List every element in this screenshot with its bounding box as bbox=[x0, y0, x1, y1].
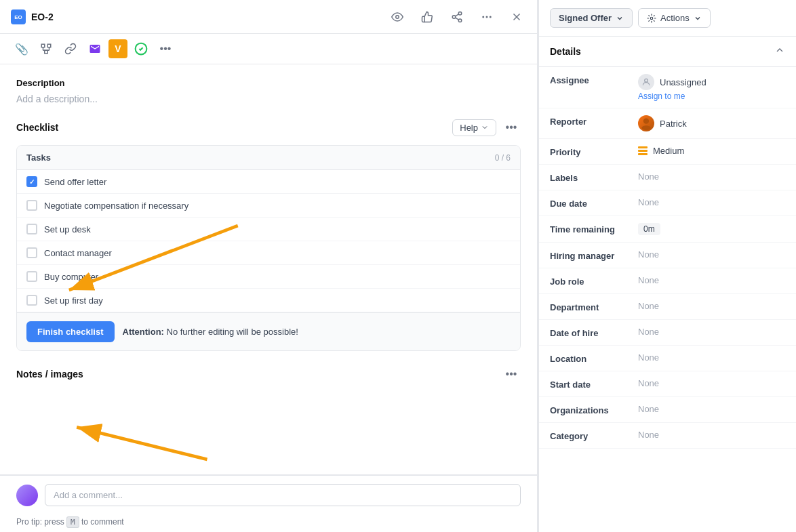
task-checkbox-3[interactable] bbox=[26, 224, 37, 234]
due-date-value: None bbox=[638, 197, 785, 207]
hiring-manager-label: Hiring manager bbox=[550, 249, 638, 261]
job-role-row: Job role None bbox=[539, 268, 796, 294]
attention-text: Attention: No further editing will be po… bbox=[123, 327, 298, 337]
checkmark-icon[interactable] bbox=[130, 38, 152, 60]
tasks-count: 0 / 6 bbox=[495, 153, 511, 163]
details-title: Details bbox=[550, 46, 581, 57]
attention-label: Attention: bbox=[123, 327, 167, 337]
hiring-manager-row: Hiring manager None bbox=[539, 243, 796, 268]
link-icon[interactable] bbox=[60, 38, 81, 60]
svg-rect-13 bbox=[41, 44, 45, 47]
reporter-avatar bbox=[638, 115, 654, 131]
priority-row: Priority Medium bbox=[539, 139, 796, 165]
time-remaining-badge: 0m bbox=[638, 223, 660, 235]
attach-icon[interactable]: 📎 bbox=[11, 38, 33, 60]
actions-label: Actions bbox=[660, 13, 690, 23]
svg-point-9 bbox=[486, 16, 487, 18]
description-input[interactable]: Add a description... bbox=[16, 94, 521, 104]
reporter-value: Patrick bbox=[660, 119, 687, 129]
due-date-label: Due date bbox=[550, 197, 638, 209]
issue-title: EO-2 bbox=[31, 12, 54, 22]
svg-point-3 bbox=[458, 12, 462, 15]
organizations-label: Organizations bbox=[550, 404, 638, 415]
svg-point-24 bbox=[641, 125, 650, 130]
task-text-1: Send offer letter bbox=[44, 177, 106, 187]
task-item: Buy computer bbox=[17, 265, 520, 289]
svg-line-7 bbox=[455, 14, 458, 16]
hotkey-m: M bbox=[66, 516, 79, 528]
department-label: Department bbox=[550, 301, 638, 312]
thumbsup-button[interactable] bbox=[418, 7, 437, 26]
watch-button[interactable] bbox=[388, 7, 407, 26]
help-button[interactable]: Help bbox=[452, 119, 496, 136]
collapse-icon[interactable] bbox=[774, 45, 785, 58]
labels-row: Labels None bbox=[539, 165, 796, 190]
task-checkbox-6[interactable] bbox=[26, 295, 37, 306]
comment-placeholder: Add a comment... bbox=[54, 490, 123, 500]
svg-line-6 bbox=[455, 18, 458, 20]
task-text-3: Set up desk bbox=[44, 224, 91, 234]
location-label: Location bbox=[550, 352, 638, 364]
task-text-5: Buy computer bbox=[44, 272, 98, 282]
priority-icon bbox=[638, 146, 648, 155]
finish-checklist-button[interactable]: Finish checklist bbox=[26, 321, 115, 342]
task-checkbox-2[interactable] bbox=[26, 200, 37, 211]
job-role-value: None bbox=[638, 275, 785, 285]
checklist-more-button[interactable]: ••• bbox=[502, 118, 521, 137]
priority-value: Medium bbox=[653, 146, 684, 156]
comment-input[interactable]: Add a comment... bbox=[45, 484, 521, 506]
category-row: Category None bbox=[539, 423, 796, 449]
svg-text:EO: EO bbox=[14, 14, 22, 20]
date-of-hire-value: None bbox=[638, 327, 785, 337]
department-value: None bbox=[638, 301, 785, 311]
assignee-label: Assignee bbox=[550, 74, 638, 85]
date-of-hire-label: Date of hire bbox=[550, 327, 638, 338]
inbox-icon[interactable] bbox=[84, 38, 106, 60]
help-label: Help bbox=[460, 123, 478, 133]
organizations-row: Organizations None bbox=[539, 397, 796, 423]
task-checkbox-5[interactable] bbox=[26, 271, 37, 282]
app-icon: EO bbox=[11, 9, 26, 24]
unassigned-avatar bbox=[638, 74, 654, 90]
actions-button[interactable]: Actions bbox=[638, 8, 711, 28]
svg-point-10 bbox=[490, 16, 492, 18]
svg-point-23 bbox=[643, 119, 649, 124]
svg-point-22 bbox=[645, 79, 648, 82]
svg-point-8 bbox=[483, 16, 484, 18]
status-button[interactable]: Signed Offer bbox=[550, 8, 633, 28]
hierarchy-icon[interactable] bbox=[35, 38, 57, 60]
labels-value: None bbox=[638, 171, 785, 182]
job-role-label: Job role bbox=[550, 275, 638, 287]
priority-label: Priority bbox=[550, 146, 638, 157]
shield-icon[interactable]: V bbox=[108, 39, 127, 58]
pro-tip: Pro tip: press M to comment bbox=[0, 514, 537, 532]
category-value: None bbox=[638, 430, 785, 440]
task-checkbox-4[interactable] bbox=[26, 247, 37, 258]
location-value: None bbox=[638, 352, 785, 363]
close-button[interactable] bbox=[507, 7, 526, 26]
checklist-title: Checklist bbox=[16, 122, 58, 133]
due-date-row: Due date None bbox=[539, 190, 796, 216]
start-date-row: Start date None bbox=[539, 371, 796, 397]
department-row: Department None bbox=[539, 294, 796, 320]
task-item: Set up first day bbox=[17, 289, 520, 312]
more-button[interactable] bbox=[477, 7, 496, 26]
share-button[interactable] bbox=[447, 7, 466, 26]
start-date-value: None bbox=[638, 378, 785, 388]
organizations-value: None bbox=[638, 404, 785, 414]
task-text-2: Negotiate compensation if necessary bbox=[44, 201, 188, 211]
user-avatar bbox=[16, 485, 38, 506]
svg-point-2 bbox=[396, 15, 399, 18]
time-remaining-row: Time remaining 0m bbox=[539, 216, 796, 243]
svg-point-5 bbox=[458, 19, 462, 22]
task-item: Send offer letter bbox=[17, 170, 520, 194]
toolbar-more-icon[interactable]: ••• bbox=[155, 38, 176, 60]
reporter-row: Reporter Patrick bbox=[539, 108, 796, 139]
notes-more-button[interactable]: ••• bbox=[502, 365, 521, 384]
category-label: Category bbox=[550, 430, 638, 441]
assign-to-me-link[interactable]: Assign to me bbox=[638, 91, 785, 101]
status-label: Signed Offer bbox=[559, 13, 612, 23]
assignee-row: Assignee Unassigned Assign to me bbox=[539, 67, 796, 108]
task-checkbox-1[interactable] bbox=[26, 176, 37, 187]
svg-rect-14 bbox=[47, 44, 51, 47]
